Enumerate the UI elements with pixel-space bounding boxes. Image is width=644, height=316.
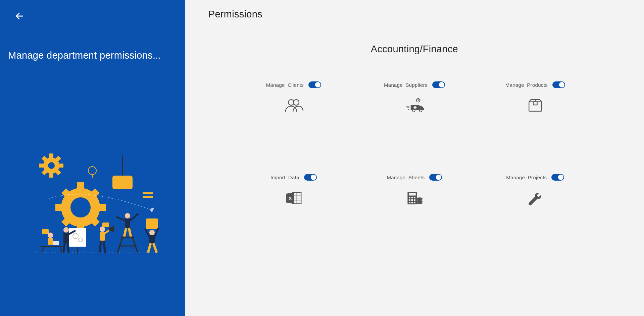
svg-rect-90 [414, 197, 415, 198]
svg-text:X: X [289, 195, 292, 201]
svg-line-41 [100, 241, 101, 253]
permission-projects: Manage Projects [478, 174, 592, 206]
svg-line-24 [60, 247, 62, 253]
toggle-import[interactable] [304, 174, 317, 181]
svg-rect-78 [533, 102, 537, 105]
permission-label: Manage Products [505, 82, 548, 88]
toggle-sheets[interactable] [429, 174, 442, 181]
svg-rect-22 [40, 246, 64, 247]
permission-label: Manage Clients [266, 82, 304, 88]
permission-row: Manage Sheets [387, 174, 442, 181]
permission-row: Manage Projects [506, 174, 564, 181]
svg-rect-26 [48, 238, 53, 245]
sidebar-illustration [7, 82, 178, 316]
toggle-suppliers[interactable] [432, 81, 445, 88]
permission-products: Manage Products [478, 81, 592, 114]
toggle-products[interactable] [552, 81, 565, 88]
svg-rect-76 [529, 102, 542, 111]
delivery-icon [404, 98, 425, 114]
svg-rect-48 [125, 218, 130, 228]
main-panel: Permissions Accounting/Finance Manage Cl… [185, 0, 644, 316]
sidebar-title: Manage department permissions... [8, 49, 178, 62]
svg-rect-94 [409, 202, 410, 203]
svg-rect-21 [102, 223, 109, 227]
svg-line-39 [105, 230, 110, 233]
svg-rect-27 [53, 241, 59, 245]
svg-rect-95 [411, 202, 413, 203]
svg-point-12 [70, 197, 91, 217]
svg-rect-18 [143, 196, 153, 198]
svg-line-35 [63, 243, 65, 253]
svg-rect-91 [409, 199, 410, 201]
box-icon [525, 98, 545, 114]
permission-row: Manage Clients [266, 81, 321, 88]
arrow-left-icon [15, 11, 24, 21]
svg-line-59 [153, 243, 157, 253]
svg-rect-88 [409, 197, 410, 198]
permission-clients: Manage Clients [237, 81, 351, 114]
permission-label: Manage Sheets [387, 175, 425, 180]
svg-line-52 [129, 228, 131, 237]
svg-point-100 [416, 197, 423, 199]
svg-line-58 [148, 243, 151, 253]
toggle-projects[interactable] [551, 174, 564, 181]
svg-rect-17 [143, 192, 153, 194]
svg-rect-89 [411, 197, 413, 198]
main-header: Permissions [185, 0, 644, 30]
permission-label: Import Data [270, 175, 299, 180]
section-title: Accounting/Finance [198, 44, 631, 55]
team-working-illustration [22, 145, 163, 253]
svg-line-43 [117, 238, 122, 253]
svg-point-54 [149, 230, 155, 235]
permission-sheets: Manage Sheets [357, 174, 472, 206]
svg-point-66 [412, 109, 415, 112]
toggle-clients[interactable] [308, 81, 321, 88]
svg-rect-20 [42, 229, 49, 234]
permissions-grid: Manage Clients Manage Suppliers [237, 81, 592, 206]
permission-row: Manage Suppliers [384, 81, 445, 88]
svg-line-56 [145, 229, 149, 237]
permission-import: Import Data X [237, 174, 351, 206]
permission-label: Manage Suppliers [384, 82, 428, 88]
svg-rect-96 [414, 202, 415, 203]
svg-line-51 [124, 228, 126, 237]
svg-line-23 [42, 247, 44, 253]
svg-point-6 [48, 162, 55, 169]
svg-rect-87 [409, 193, 416, 196]
svg-line-49 [117, 217, 125, 220]
svg-line-44 [133, 238, 138, 253]
svg-line-50 [130, 214, 138, 220]
svg-rect-53 [146, 218, 158, 229]
permission-row: Import Data [270, 174, 317, 181]
svg-rect-92 [411, 199, 413, 201]
wrench-icon [525, 190, 545, 206]
back-button[interactable] [13, 10, 26, 22]
svg-point-67 [419, 109, 422, 112]
content-area: Accounting/Finance Manage Clients [185, 30, 644, 316]
svg-rect-14 [112, 176, 133, 189]
permission-suppliers: Manage Suppliers [357, 81, 472, 114]
svg-line-36 [67, 243, 69, 253]
svg-rect-46 [121, 237, 134, 238]
excel-icon: X [284, 190, 304, 206]
svg-rect-93 [414, 199, 415, 201]
svg-point-25 [48, 233, 53, 238]
svg-point-47 [125, 213, 130, 218]
svg-marker-40 [109, 226, 114, 232]
svg-point-15 [88, 167, 96, 175]
svg-marker-19 [149, 207, 154, 212]
page-title: Permissions [208, 9, 624, 20]
sidebar: Manage department permissions... [0, 0, 185, 316]
svg-line-42 [104, 241, 105, 253]
svg-point-32 [63, 227, 69, 233]
permission-label: Manage Projects [506, 175, 547, 180]
calculator-icon [404, 190, 425, 206]
svg-point-37 [100, 227, 105, 232]
people-icon [284, 98, 304, 114]
permission-row: Manage Products [505, 81, 565, 88]
svg-line-57 [155, 229, 158, 237]
